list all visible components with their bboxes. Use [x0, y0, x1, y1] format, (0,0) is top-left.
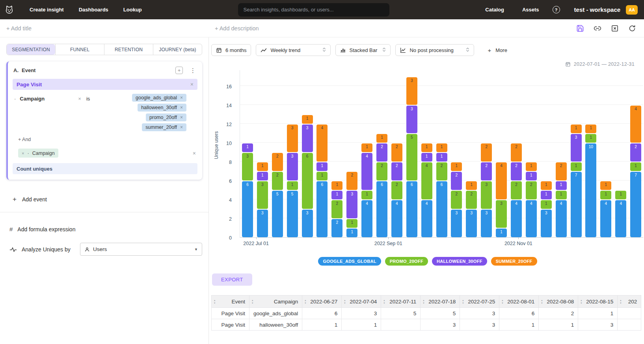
bar-segment-halloween_30off[interactable]: 1: [541, 191, 552, 199]
bar-segment-halloween_30off[interactable]: 1: [316, 162, 328, 171]
table-header-event[interactable]: ▴▾Event: [212, 296, 249, 308]
bar-segment-promo_20off[interactable]: 2: [466, 191, 477, 209]
table-header-202[interactable]: ▴▾202: [618, 296, 641, 308]
bar-segment-google_ads_global[interactable]: 4: [391, 200, 402, 237]
bar-segment-google_ads_global[interactable]: 3: [541, 210, 552, 237]
bar-segment-summer_20off[interactable]: 1: [257, 162, 268, 171]
bar-segment-google_ads_global[interactable]: 1: [346, 229, 357, 237]
chart-type-select[interactable]: Stacked Bar: [335, 44, 391, 56]
card-menu-icon[interactable]: ⋮: [190, 67, 196, 74]
tab-segmentation[interactable]: SEGMENTATION: [7, 44, 55, 55]
bar-segment-summer_20off[interactable]: 1: [421, 143, 432, 152]
bar-segment-summer_20off[interactable]: 2: [556, 162, 567, 180]
bar-segment-halloween_30off[interactable]: 1: [436, 153, 447, 162]
add-description-button[interactable]: + Add description: [215, 25, 259, 32]
bar-segment-summer_20off[interactable]: 4: [316, 125, 328, 162]
bar-segment-halloween_30off[interactable]: 3: [571, 134, 582, 162]
event-name[interactable]: Page Visit: [17, 82, 42, 87]
bar-segment-promo_20off[interactable]: 2: [451, 191, 462, 209]
legend-item-promo_20off[interactable]: PROMO_20OFF: [385, 257, 428, 266]
bar-segment-promo_20off[interactable]: 2: [376, 162, 387, 180]
bar-segment-halloween_30off[interactable]: 3: [346, 191, 357, 218]
nav-assets[interactable]: Assets: [522, 7, 539, 13]
bar-segment-promo_20off[interactable]: 1: [316, 172, 328, 180]
remove-filter-icon[interactable]: ×: [78, 96, 81, 102]
bar-segment-summer_20off[interactable]: 2: [346, 172, 357, 190]
bar-segment-summer_20off[interactable]: 4: [496, 162, 507, 199]
aggregation-row[interactable]: Count uniques: [13, 163, 197, 174]
bar-segment-summer_20off[interactable]: 3: [406, 77, 417, 105]
nav-lookup[interactable]: Lookup: [123, 7, 142, 13]
bar-segment-halloween_30off[interactable]: 2: [511, 162, 522, 180]
legend-item-google_ads_global[interactable]: GOOGLE_ADS_GLOBAL: [318, 257, 381, 266]
bar-segment-promo_20off[interactable]: 3: [257, 181, 268, 209]
bar-segment-halloween_30off[interactable]: 1: [556, 181, 567, 190]
analyze-by-select[interactable]: Users ▼: [80, 243, 202, 256]
bar-segment-google_ads_global[interactable]: 6: [316, 181, 328, 237]
bar-segment-halloween_30off[interactable]: 4: [361, 153, 372, 190]
bar-segment-promo_20off[interactable]: 1: [571, 162, 582, 171]
table-header-2022-08-08[interactable]: ▴▾2022-08-08: [539, 296, 578, 308]
bar-segment-summer_20off[interactable]: 1: [585, 125, 596, 133]
bar-segment-halloween_30off[interactable]: 1: [257, 172, 268, 180]
remove-breakdown-row-icon[interactable]: ×: [193, 150, 196, 156]
filter-value-chip[interactable]: halloween_30off×: [138, 104, 186, 112]
bar-segment-summer_20off[interactable]: 2: [481, 143, 492, 162]
bar-segment-halloween_30off[interactable]: 3: [287, 153, 298, 180]
bar-segment-google_ads_global[interactable]: 4: [556, 200, 567, 237]
sort-icon[interactable]: ▴▾: [462, 299, 463, 304]
add-and-condition[interactable]: + And: [18, 137, 38, 142]
table-header-2022-07-04[interactable]: ▴▾2022-07-04: [342, 296, 381, 308]
event-row[interactable]: Page Visit ×: [13, 79, 197, 90]
table-header-2022-08-01[interactable]: ▴▾2022-08-01: [499, 296, 539, 308]
remove-value-icon[interactable]: ×: [180, 125, 183, 130]
bar-segment-google_ads_global[interactable]: 3: [302, 210, 313, 237]
bar-segment-summer_20off[interactable]: 1: [466, 181, 477, 190]
bar-segment-promo_20off[interactable]: 1: [630, 162, 641, 171]
bar-segment-promo_20off[interactable]: 3: [242, 153, 253, 180]
bar-segment-google_ads_global[interactable]: 5: [272, 191, 283, 237]
sort-icon[interactable]: ▴▾: [620, 299, 621, 304]
bar-segment-promo_20off[interactable]: 2: [272, 172, 283, 190]
bar-segment-google_ads_global[interactable]: 7: [571, 172, 582, 237]
link-icon[interactable]: [594, 24, 601, 32]
bar-segment-promo_20off[interactable]: 1: [361, 191, 372, 199]
sort-icon[interactable]: ▴▾: [344, 299, 345, 304]
bar-segment-google_ads_global[interactable]: 3: [257, 210, 268, 237]
bar-segment-google_ads_global[interactable]: 4: [361, 200, 372, 237]
bar-segment-halloween_30off[interactable]: 2: [481, 162, 492, 180]
bar-segment-summer_20off[interactable]: 1: [526, 162, 537, 171]
remove-event-icon[interactable]: ×: [190, 81, 194, 87]
bar-segment-google_ads_global[interactable]: 1: [496, 229, 507, 237]
bar-segment-google_ads_global[interactable]: 10: [585, 143, 596, 237]
bar-segment-summer_20off[interactable]: 2: [272, 153, 283, 171]
trend-granularity-select[interactable]: Weekly trend: [256, 44, 331, 56]
tab-retention[interactable]: RETENTION: [104, 44, 153, 55]
legend-item-halloween_30off[interactable]: HALLOWEEN_30OFF: [432, 257, 487, 266]
refresh-icon[interactable]: [628, 24, 636, 32]
nav-dashboards[interactable]: Dashboards: [79, 7, 108, 13]
bar-segment-promo_20off[interactable]: 1: [541, 200, 552, 209]
workspace-name[interactable]: test - workspace: [574, 6, 621, 13]
bar-segment-summer_20off[interactable]: 1: [376, 134, 387, 143]
bar-segment-halloween_30off[interactable]: 1: [526, 172, 537, 180]
bar-segment-google_ads_global[interactable]: 6: [242, 181, 253, 237]
filter-value-chip[interactable]: promo_20off×: [146, 113, 186, 121]
bar-segment-summer_20off[interactable]: 4: [630, 106, 641, 143]
bar-segment-promo_20off[interactable]: 1: [287, 181, 298, 190]
sort-icon[interactable]: ▴▾: [423, 299, 424, 304]
nav-catalog[interactable]: Catalog: [485, 7, 504, 13]
bar-segment-summer_20off[interactable]: 1: [600, 181, 611, 190]
bar-segment-promo_20off[interactable]: 4: [421, 162, 432, 199]
bar-segment-summer_20off[interactable]: 1: [302, 115, 313, 124]
bar-segment-promo_20off[interactable]: 1: [556, 191, 567, 199]
bar-segment-promo_20off[interactable]: 1: [346, 219, 357, 228]
nav-create-insight[interactable]: Create insight: [30, 7, 64, 13]
bar-segment-halloween_30off[interactable]: 1: [421, 153, 432, 162]
add-filter-icon[interactable]: +: [175, 67, 183, 74]
bar-segment-google_ads_global[interactable]: 5: [287, 191, 298, 237]
bar-segment-google_ads_global[interactable]: 2: [331, 219, 342, 237]
bar-segment-summer_20off[interactable]: 3: [287, 125, 298, 152]
sort-icon[interactable]: ▴▾: [305, 299, 306, 304]
bar-segment-promo_20off[interactable]: 2: [526, 181, 537, 199]
